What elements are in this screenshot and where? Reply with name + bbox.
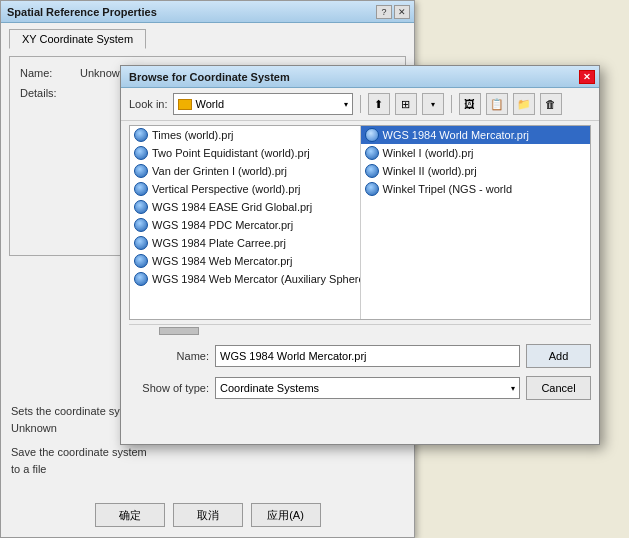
globe-icon [134, 218, 148, 232]
up-folder-btn[interactable]: ⬆ [368, 93, 390, 115]
file-list-right[interactable]: WGS 1984 World Mercator.prjWinkel I (wor… [361, 126, 591, 319]
name-form-label: Name: [129, 350, 209, 362]
details-label: Details: [20, 87, 80, 99]
globe-icon [134, 254, 148, 268]
close-fg-button[interactable]: ✕ [579, 70, 595, 84]
list-item[interactable]: WGS 1984 EASE Grid Global.prj [130, 198, 360, 216]
add-button[interactable]: Add [526, 344, 591, 368]
ok-button[interactable]: 确定 [95, 503, 165, 527]
list-item[interactable]: WGS 1984 Web Mercator.prj [130, 252, 360, 270]
globe-icon [365, 182, 379, 196]
globe-icon [365, 164, 379, 178]
globe-icon [134, 164, 148, 178]
name-input[interactable] [215, 345, 520, 367]
list-item[interactable]: Winkel II (world).prj [361, 162, 591, 180]
list-item[interactable]: Van der Grinten I (world).prj [130, 162, 360, 180]
name-value: Unknown [80, 67, 126, 79]
tab-bar: XY Coordinate System [9, 29, 406, 48]
copy-btn[interactable]: 📋 [486, 93, 508, 115]
bg-bottom-buttons: 确定 取消 应用(A) [1, 503, 414, 527]
show-type-value: Coordinate Systems [220, 382, 319, 394]
globe-icon [134, 128, 148, 142]
list-item[interactable]: WGS 1984 PDC Mercator.prj [130, 216, 360, 234]
thumbnail-btn[interactable]: 🖼 [459, 93, 481, 115]
apply-button[interactable]: 应用(A) [251, 503, 321, 527]
list-item[interactable]: Winkel I (world).prj [361, 144, 591, 162]
list-item[interactable]: Winkel Tripel (NGS - world [361, 180, 591, 198]
name-form-row: Name: Add [129, 344, 591, 368]
globe-icon [134, 200, 148, 214]
toolbar-separator-2 [451, 95, 452, 113]
desc3: Save the coordinate system [11, 444, 404, 461]
look-in-value: World [196, 98, 225, 110]
folder-btn[interactable]: 📁 [513, 93, 535, 115]
view-dropdown-btn[interactable]: ▾ [422, 93, 444, 115]
list-item[interactable]: WGS 1984 World Mercator.prj [361, 126, 591, 144]
horizontal-scrollbar[interactable] [129, 324, 591, 336]
file-list-left[interactable]: Times (world).prjTwo Point Equidistant (… [130, 126, 361, 319]
cancel-fg-button[interactable]: Cancel [526, 376, 591, 400]
name-label: Name: [20, 67, 80, 79]
tab-xy-coordinate[interactable]: XY Coordinate System [9, 29, 146, 49]
fg-titlebar: Browse for Coordinate System ✕ [121, 66, 599, 88]
globe-icon [365, 128, 379, 142]
folder-icon [178, 99, 192, 110]
look-in-label: Look in: [129, 98, 168, 110]
toolbar-separator-1 [360, 95, 361, 113]
list-item[interactable]: WGS 1984 Plate Carree.prj [130, 234, 360, 252]
globe-icon [134, 146, 148, 160]
list-item[interactable]: WGS 1984 Web Mercator (Auxiliary Sphere)… [130, 270, 360, 288]
bottom-form: Name: Add Show of type: Coordinate Syste… [121, 336, 599, 412]
toolbar-area: Look in: World ▾ ⬆ ⊞ ▾ 🖼 📋 📁 🗑 [121, 88, 599, 121]
select-arrow-icon: ▾ [511, 384, 515, 393]
fg-dialog-title: Browse for Coordinate System [125, 71, 290, 83]
help-btn[interactable]: ? [376, 5, 392, 19]
show-type-row: Show of type: Coordinate Systems ▾ Cance… [129, 376, 591, 400]
globe-icon [134, 272, 148, 286]
list-item[interactable]: Times (world).prj [130, 126, 360, 144]
delete-btn[interactable]: 🗑 [540, 93, 562, 115]
dropdown-arrow-icon: ▾ [344, 100, 348, 109]
close-bg-btn[interactable]: ✕ [394, 5, 410, 19]
bg-titlebar-buttons: ? ✕ [376, 5, 410, 19]
show-type-select[interactable]: Coordinate Systems ▾ [215, 377, 520, 399]
globe-icon [134, 182, 148, 196]
desc4: to a file [11, 461, 404, 478]
view-toggle-btn[interactable]: ⊞ [395, 93, 417, 115]
bg-window-title: Spatial Reference Properties [5, 6, 157, 18]
cancel-button[interactable]: 取消 [173, 503, 243, 527]
browse-coordinate-dialog: Browse for Coordinate System ✕ Look in: … [120, 65, 600, 445]
bg-titlebar: Spatial Reference Properties ? ✕ [1, 1, 414, 23]
scrollbar-thumb[interactable] [159, 327, 199, 335]
show-type-label: Show of type: [129, 382, 209, 394]
file-list-area: Times (world).prjTwo Point Equidistant (… [129, 125, 591, 320]
list-item[interactable]: Two Point Equidistant (world).prj [130, 144, 360, 162]
globe-icon [365, 146, 379, 160]
list-item[interactable]: Vertical Perspective (world).prj [130, 180, 360, 198]
globe-icon [134, 236, 148, 250]
look-in-dropdown[interactable]: World ▾ [173, 93, 353, 115]
